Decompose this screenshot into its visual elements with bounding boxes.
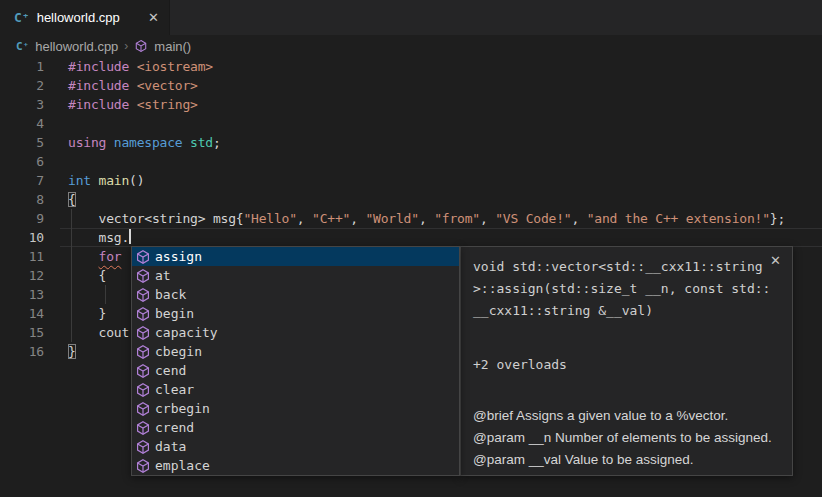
code-token: #include <box>68 97 137 112</box>
suggest-item-label: begin <box>155 306 194 321</box>
code-text: vector<string> msg{"Hello", "C++", "Worl… <box>68 209 785 228</box>
method-icon <box>135 401 151 417</box>
suggest-item-label: clear <box>155 382 194 397</box>
code-token: ; <box>213 135 221 150</box>
method-icon <box>135 325 151 341</box>
code-line[interactable]: 7int main() <box>0 171 822 190</box>
breadcrumb-symbol[interactable]: main() <box>154 39 191 54</box>
line-number: 4 <box>0 114 44 133</box>
suggest-item-emplace[interactable]: emplace <box>132 456 459 475</box>
suggest-item-label: crbegin <box>155 401 210 416</box>
code-token: main <box>99 173 130 188</box>
tab-helloworld-cpp[interactable]: C⁺ helloworld.cpp ✕ <box>0 0 170 35</box>
line-number: 3 <box>0 95 44 114</box>
code-token: using <box>68 135 114 150</box>
suggest-item-cbegin[interactable]: cbegin <box>132 342 459 361</box>
code-text: { <box>68 266 106 285</box>
line-number: 13 <box>0 285 44 304</box>
tab-close-icon[interactable]: ✕ <box>148 11 159 24</box>
suggest-item-label: cend <box>155 363 186 378</box>
code-line[interactable]: 5using namespace std; <box>0 133 822 152</box>
close-icon[interactable]: ✕ <box>770 254 781 267</box>
code-token: cout <box>68 325 129 340</box>
breadcrumb-file[interactable]: helloworld.cpp <box>35 39 118 54</box>
method-icon <box>135 458 151 474</box>
method-icon <box>135 363 151 379</box>
suggest-item-label: back <box>155 287 186 302</box>
cpp-file-icon: C⁺ <box>16 40 29 53</box>
code-token: () <box>129 173 144 188</box>
line-number: 14 <box>0 304 44 323</box>
doc-brief-line: @param __val Value to be assigned. <box>473 449 780 471</box>
suggest-docs-panel: ✕ void std::vector<std::__cxx11::string>… <box>460 246 793 476</box>
method-icon <box>135 420 151 436</box>
suggest-item-label: cbegin <box>155 344 202 359</box>
code-token: , <box>571 211 586 226</box>
signature-line: >::assign(std::size_t __n, const std:: <box>473 278 780 300</box>
code-token: for <box>99 249 122 264</box>
code-text: } <box>68 342 76 361</box>
method-icon <box>135 249 151 265</box>
code-text: using namespace std; <box>68 133 221 152</box>
code-token: "from" <box>434 211 480 226</box>
code-text: #include <iostream> <box>68 57 213 76</box>
breadcrumb: C⁺ helloworld.cpp › main() <box>0 35 822 57</box>
code-text: int main() <box>68 171 144 190</box>
overloads-label: +2 overloads <box>473 357 780 372</box>
suggest-widget: assignatbackbegincapacitycbegincendclear… <box>131 246 460 476</box>
suggest-item-crend[interactable]: crend <box>132 418 459 437</box>
code-token: "and the C++ extension!" <box>587 211 770 226</box>
code-token: vector<string> msg{ <box>68 211 243 226</box>
tab-bar: C⁺ helloworld.cpp ✕ <box>0 0 822 35</box>
code-line[interactable]: 8{ <box>0 190 822 209</box>
suggest-item-begin[interactable]: begin <box>132 304 459 323</box>
code-token: <iostream> <box>137 59 213 74</box>
code-line[interactable]: 3#include <string> <box>0 95 822 114</box>
method-icon <box>134 39 148 53</box>
suggest-item-assign[interactable]: assign <box>132 247 459 266</box>
suggest-item-at[interactable]: at <box>132 266 459 285</box>
doc-brief-line: @param __n Number of elements to be assi… <box>473 427 780 449</box>
line-number: 12 <box>0 266 44 285</box>
code-token: "World" <box>365 211 418 226</box>
method-icon <box>135 382 151 398</box>
editor[interactable]: 1#include <iostream>2#include <vector>3#… <box>0 57 822 497</box>
code-line[interactable]: 1#include <iostream> <box>0 57 822 76</box>
line-number: 2 <box>0 76 44 95</box>
suggest-item-back[interactable]: back <box>132 285 459 304</box>
code-token: namespace <box>114 135 190 150</box>
line-number: 10 <box>0 228 44 247</box>
suggest-item-cend[interactable]: cend <box>132 361 459 380</box>
suggest-item-data[interactable]: data <box>132 437 459 456</box>
chevron-right-icon: › <box>124 39 128 53</box>
line-number: 6 <box>0 152 44 171</box>
code-token: "C++" <box>312 211 350 226</box>
line-number: 9 <box>0 209 44 228</box>
suggest-item-label: data <box>155 439 186 454</box>
line-number: 11 <box>0 247 44 266</box>
code-text: } <box>68 304 106 323</box>
code-line[interactable]: 9 vector<string> msg{"Hello", "C++", "Wo… <box>0 209 822 228</box>
line-number: 16 <box>0 342 44 361</box>
method-icon <box>135 439 151 455</box>
suggest-item-clear[interactable]: clear <box>132 380 459 399</box>
method-icon <box>135 268 151 284</box>
code-token: , <box>350 211 365 226</box>
code-text: { <box>68 190 76 209</box>
code-token: #include <box>68 59 137 74</box>
code-line[interactable]: 2#include <vector> <box>0 76 822 95</box>
cpp-file-icon: C⁺ <box>14 10 30 25</box>
signature-line: void std::vector<std::__cxx11::string <box>473 256 780 278</box>
code-line[interactable]: 6 <box>0 152 822 171</box>
suggest-item-label: emplace <box>155 458 210 473</box>
line-number: 5 <box>0 133 44 152</box>
code-token: } <box>68 306 106 321</box>
code-line[interactable]: 10 msg. <box>0 228 822 247</box>
method-icon <box>135 344 151 360</box>
line-number: 1 <box>0 57 44 76</box>
code-line[interactable]: 4 <box>0 114 822 133</box>
suggest-item-label: assign <box>155 249 202 264</box>
code-token: int <box>68 173 99 188</box>
suggest-item-crbegin[interactable]: crbegin <box>132 399 459 418</box>
suggest-item-capacity[interactable]: capacity <box>132 323 459 342</box>
